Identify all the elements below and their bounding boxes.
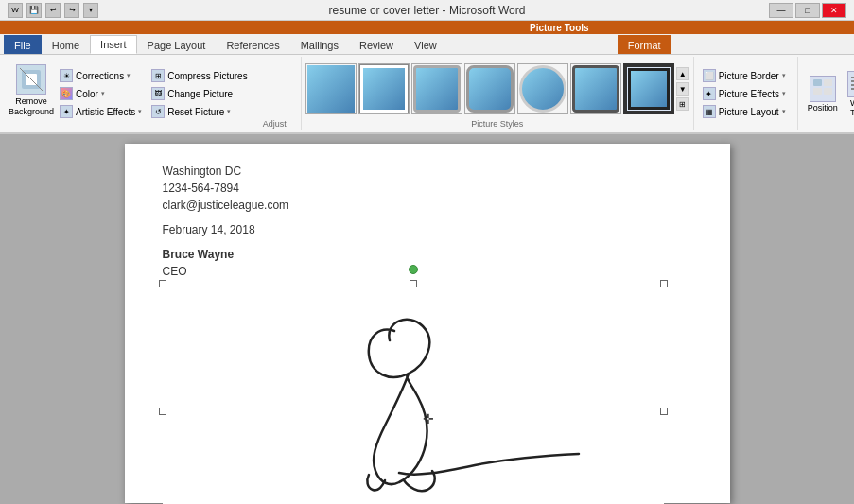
style-thumb-2[interactable] [358, 63, 410, 114]
rotate-handle[interactable] [409, 265, 418, 274]
position-icon [810, 76, 836, 102]
word-icon: W [8, 3, 23, 18]
styles-scroll-more[interactable]: ⊞ [676, 97, 689, 111]
style-thumb-4[interactable] [464, 63, 515, 114]
tab-page-layout[interactable]: Page Layout [137, 35, 217, 54]
tab-file[interactable]: File [4, 35, 42, 54]
styles-scroll-down[interactable]: ▼ [676, 82, 689, 96]
document-area: Washington DC 1234-564-7894 clark@justic… [0, 134, 854, 504]
compress-icon: ⊞ [151, 69, 165, 82]
position-button[interactable]: Position [804, 73, 842, 115]
remove-background-button[interactable]: RemoveBackground [3, 61, 60, 121]
selected-image-container[interactable]: ✛ [163, 284, 664, 504]
tab-format[interactable]: Format [618, 35, 671, 54]
picture-layout-icon: ▦ [703, 105, 716, 118]
tab-review[interactable]: Review [349, 35, 404, 54]
doc-line-4: February 14, 2018 [163, 221, 692, 238]
picture-border-button[interactable]: ⬜ Picture Border ▾ [700, 68, 792, 83]
style-thumb-7[interactable] [623, 63, 674, 114]
styles-scroll-arrows: ▲ ▼ ⊞ [676, 67, 689, 111]
picture-styles-label: Picture Styles [305, 119, 689, 129]
picture-layout-button[interactable]: ▦ Picture Layout ▾ [700, 104, 792, 119]
undo-icon[interactable]: ↩ [45, 3, 61, 18]
picture-format-group: ⬜ Picture Border ▾ ✦ Picture Effects ▾ ▦… [694, 57, 798, 130]
move-cursor: ✛ [423, 411, 434, 426]
picture-effects-button[interactable]: ✦ Picture Effects ▾ [700, 86, 792, 101]
corrections-button[interactable]: ☀ Corrections ▾ [57, 68, 145, 83]
title-bar-left: W 💾 ↩ ↪ ▾ [8, 3, 98, 18]
color-icon: 🎨 [60, 87, 73, 100]
signature-image: ✛ [163, 284, 664, 504]
compress-pictures-button[interactable]: ⊞ Compress Pictures [148, 68, 250, 83]
style-thumb-1[interactable] [305, 63, 357, 114]
maximize-button[interactable]: □ [795, 3, 820, 18]
handle-middle-right[interactable] [660, 408, 668, 415]
tab-mailings[interactable]: Mailings [290, 35, 349, 54]
picture-tools-label: Picture Tools [530, 23, 589, 33]
style-thumb-6[interactable] [570, 63, 621, 114]
doc-line-5: Bruce Wayne [163, 246, 692, 263]
svg-rect-5 [813, 88, 822, 95]
customize-icon[interactable]: ▾ [83, 3, 98, 18]
adjust-label: Adjust [253, 117, 297, 129]
tab-home[interactable]: Home [42, 35, 90, 54]
style-thumb-5[interactable] [517, 63, 568, 114]
wrap-text-icon [847, 71, 854, 97]
picture-tools-bar: Picture Tools [0, 21, 854, 34]
change-picture-button[interactable]: 🖼 Change Picture [148, 86, 250, 101]
tab-insert[interactable]: Insert [90, 35, 137, 54]
handle-middle-left[interactable] [159, 408, 166, 415]
handle-top-right[interactable] [660, 280, 668, 287]
ribbon: RemoveBackground ☀ Corrections ▾ 🎨 Color… [0, 55, 854, 134]
doc-line-1: Washington DC [163, 163, 692, 180]
doc-line-3: clark@justiceleague.com [163, 197, 692, 214]
artistic-effects-icon: ✦ [60, 105, 73, 118]
window-controls: — □ ✕ [769, 3, 846, 18]
svg-rect-3 [813, 79, 822, 86]
svg-rect-6 [824, 88, 832, 95]
remove-background-icon [16, 64, 46, 95]
reset-picture-button[interactable]: ↺ Reset Picture ▾ [148, 104, 250, 119]
handle-top-center[interactable] [410, 280, 417, 287]
save-icon[interactable]: 💾 [26, 3, 42, 18]
reset-icon: ↺ [151, 105, 165, 118]
handle-top-left[interactable] [159, 280, 166, 287]
window-title: resume or cover letter - Microsoft Word [329, 4, 526, 17]
picture-effects-icon: ✦ [703, 87, 716, 100]
doc-line-6: CEO [163, 263, 692, 280]
document-page: Washington DC 1234-564-7894 clark@justic… [125, 144, 730, 503]
styles-scroll-up[interactable]: ▲ [676, 67, 689, 80]
tab-references[interactable]: References [216, 35, 289, 54]
style-thumb-3[interactable] [411, 63, 462, 114]
artistic-effects-button[interactable]: ✦ Artistic Effects ▾ [57, 104, 145, 119]
minimize-button[interactable]: — [769, 3, 793, 18]
signature-svg [219, 303, 617, 504]
picture-border-icon: ⬜ [703, 69, 716, 82]
picture-styles-group: ▲ ▼ ⊞ Picture Styles [302, 57, 694, 130]
position-wrap-group: Position WrapText [798, 57, 854, 130]
close-button[interactable]: ✕ [822, 3, 846, 18]
color-button[interactable]: 🎨 Color ▾ [57, 86, 145, 101]
tab-view[interactable]: View [404, 35, 447, 54]
corrections-icon: ☀ [60, 69, 73, 82]
doc-line-2: 1234-564-7894 [163, 180, 692, 197]
adjust-group: RemoveBackground ☀ Corrections ▾ 🎨 Color… [4, 57, 302, 130]
title-bar: W 💾 ↩ ↪ ▾ resume or cover letter - Micro… [0, 0, 854, 21]
change-picture-icon: 🖼 [151, 87, 165, 100]
svg-rect-4 [824, 79, 832, 86]
ribbon-tabs: File Home Insert Page Layout References … [0, 34, 854, 55]
redo-icon[interactable]: ↪ [64, 3, 79, 18]
wrap-text-button[interactable]: WrapText [844, 68, 854, 120]
